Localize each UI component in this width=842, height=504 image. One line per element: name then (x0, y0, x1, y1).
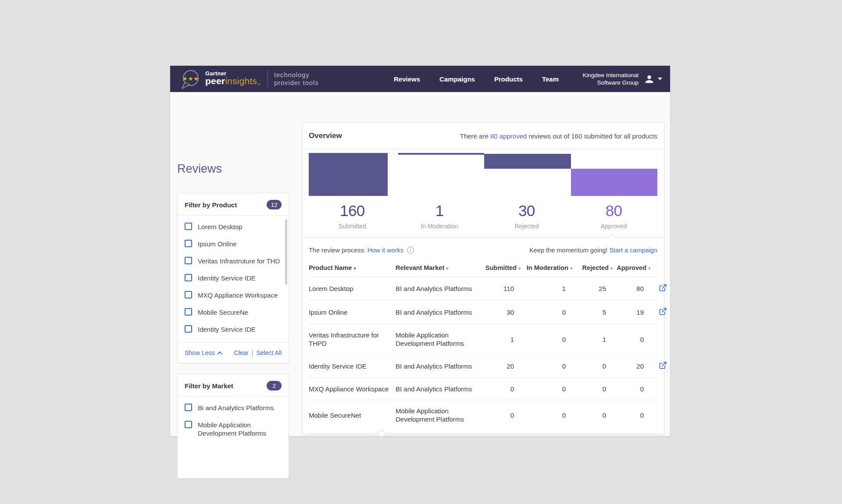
product-filter-list: Lorem DesktopIpsum OnlineVeritas Infrast… (178, 216, 289, 342)
clear-link[interactable]: Clear (234, 349, 248, 356)
external-link-icon[interactable] (649, 284, 667, 294)
overview-title: Overview (309, 131, 342, 140)
stat-label: Submitted (309, 223, 396, 230)
filter-checkbox-item[interactable]: Mobile Application Development Platforms (185, 421, 284, 437)
stats-row: 160Submitted1In Moderation30Rejected80Ap… (309, 202, 657, 230)
stat-in-moderation: 1In Moderation (396, 202, 483, 230)
table-row: Veritas Infrastructure for THPDMobile Ap… (309, 324, 657, 355)
filter-checkbox-item[interactable]: Veritas Infrastruture for THD (185, 257, 284, 265)
market-filter-list: Bi and Analytics PlatformsMobile Applica… (178, 397, 289, 471)
column-header-label: Relevant Market (396, 264, 444, 271)
filter-item-label: Mobile Application Development Platforms (198, 421, 284, 437)
filter-item-label: Identity Service IDE (198, 274, 256, 282)
brand-tagline: technology provider tools (274, 71, 318, 87)
checkbox-unchecked[interactable] (185, 257, 192, 264)
select-all-link[interactable]: Select All (256, 349, 282, 356)
column-header-approved[interactable]: Approved▾ (613, 264, 650, 271)
info-icon[interactable]: i (407, 247, 414, 254)
cell-relevant-market: Mobile Application Development Platforms (396, 407, 485, 423)
account-menu[interactable]: Kingdee International Software Group (582, 66, 662, 92)
checkbox-unchecked[interactable] (185, 421, 192, 428)
nav-item-reviews[interactable]: Reviews (384, 66, 430, 92)
checkbox-unchecked[interactable] (185, 291, 192, 298)
nav-item-team[interactable]: Team (532, 66, 568, 92)
filter-checkbox-item[interactable]: Bi and Analytics Platforms (185, 404, 284, 412)
checkbox-unchecked[interactable] (185, 240, 192, 247)
checkbox-unchecked[interactable] (185, 308, 192, 316)
column-header-product-name[interactable]: Product Name▾ (309, 264, 396, 271)
brand-divider (268, 71, 268, 87)
cell-relevant-market: BI and Analytics Platforms (396, 385, 485, 393)
chart-segment-in-moderation[interactable] (398, 153, 484, 155)
table-row: Ipsum OnlineBI and Analytics Platforms30… (309, 301, 657, 324)
chart-segment-rejected[interactable] (484, 154, 571, 169)
table-header-row: Product Name▾Relevant Market▾Submitted▾I… (309, 264, 657, 277)
chevron-up-icon (218, 351, 222, 356)
cell-approved: 0 (612, 411, 649, 419)
chevron-down-icon (658, 78, 662, 80)
top-navbar: ★★★ Gartner peerinsights™ technology pro… (170, 66, 670, 92)
checkbox-unchecked[interactable] (185, 274, 192, 281)
cell-product-name: Lorem Desktop (309, 284, 396, 293)
stat-value: 30 (483, 202, 571, 220)
cell-submitted: 0 (485, 385, 520, 393)
cell-product-name: Veritas Infrastructure for THPD (309, 331, 396, 348)
cell-rejected: 1 (571, 335, 612, 344)
cell-approved: 20 (612, 362, 649, 370)
table-body: Lorem DesktopBI and Analytics Platforms1… (309, 277, 657, 433)
filter-item-label: Lorem Desktop (198, 223, 243, 231)
stat-rejected: 30Rejected (483, 202, 571, 230)
peerinsights-bubble-stars-icon: ★★★ (180, 69, 201, 89)
checkbox-unchecked[interactable] (185, 404, 192, 411)
column-header-in-moderation[interactable]: In Moderation▾ (521, 264, 572, 271)
table-row: Identity Service IDEBI and Analytics Pla… (309, 355, 657, 378)
app-window: ★★★ Gartner peerinsights™ technology pro… (170, 66, 670, 436)
overview-panel: Overview There are 80 approved reviews o… (302, 122, 664, 435)
show-less-link[interactable]: Show Less (185, 349, 221, 356)
how-it-works-link[interactable]: How it works (367, 247, 403, 254)
cell-approved: 0 (612, 385, 649, 393)
brand-logo: ★★★ Gartner peerinsights™ technology pro… (180, 69, 318, 89)
column-header-relevant-market[interactable]: Relevant Market▾ (396, 264, 485, 271)
cell-relevant-market: Mobile Application Development Platforms (396, 331, 485, 348)
chart-segment-approved[interactable] (571, 169, 657, 196)
cell-in-moderation: 0 (520, 308, 571, 316)
cell-in-moderation: 0 (520, 335, 571, 344)
sort-arrow-icon: ▾ (353, 266, 356, 271)
cell-relevant-market: BI and Analytics Platforms (396, 284, 485, 293)
filter-checkbox-item[interactable]: Ipsum Online (185, 240, 284, 248)
filter-market-count-badge: 2 (267, 381, 282, 390)
column-header-label: In Moderation (527, 264, 568, 271)
sort-arrow-icon: ▾ (446, 266, 449, 271)
scrollbar-thumb[interactable] (285, 219, 287, 285)
chart-segment-submitted[interactable] (309, 153, 388, 196)
column-header-rejected[interactable]: Rejected▾ (572, 264, 613, 271)
filter-checkbox-item[interactable]: Lorem Desktop (185, 223, 284, 231)
filter-checkbox-item[interactable]: MXQ Appliance Workspace (185, 291, 284, 299)
nav-menu: ReviewsCampaignsProductsTeam (384, 66, 568, 92)
column-header-submitted[interactable]: Submitted▾ (485, 264, 521, 271)
filter-by-product-panel: Filter by Product 12 Lorem DesktopIpsum … (177, 193, 289, 363)
checkbox-unchecked[interactable] (185, 223, 192, 230)
cell-rejected: 0 (571, 411, 612, 419)
start-campaign-link[interactable]: Start a campaign (609, 247, 657, 254)
filter-checkbox-item[interactable]: Identity Service IDE (185, 325, 284, 334)
filter-checkbox-item[interactable]: Mobile SecureNe (185, 308, 284, 316)
external-link-icon[interactable] (649, 307, 667, 317)
cell-product-name: Mobile SecureNet (309, 411, 396, 419)
nav-item-campaigns[interactable]: Campaigns (430, 66, 485, 92)
stat-approved: 80Approved (570, 202, 657, 230)
cell-rejected: 5 (571, 308, 612, 316)
filter-checkbox-item[interactable]: Identity Service IDE (185, 274, 284, 282)
user-avatar-icon (644, 74, 655, 85)
checkbox-unchecked[interactable] (185, 325, 192, 333)
column-header-label: Product Name (309, 264, 352, 271)
cell-submitted: 1 (485, 335, 520, 344)
column-header-label: Submitted (485, 264, 517, 271)
nav-item-products[interactable]: Products (485, 66, 532, 92)
filter-item-label: Bi and Analytics Platforms (198, 404, 274, 412)
overview-summary: There are 80 approved reviews out of 160… (460, 132, 657, 140)
cell-rejected: 0 (571, 362, 612, 370)
external-link-icon[interactable] (649, 361, 667, 371)
cell-product-name: Identity Service IDE (309, 362, 396, 370)
